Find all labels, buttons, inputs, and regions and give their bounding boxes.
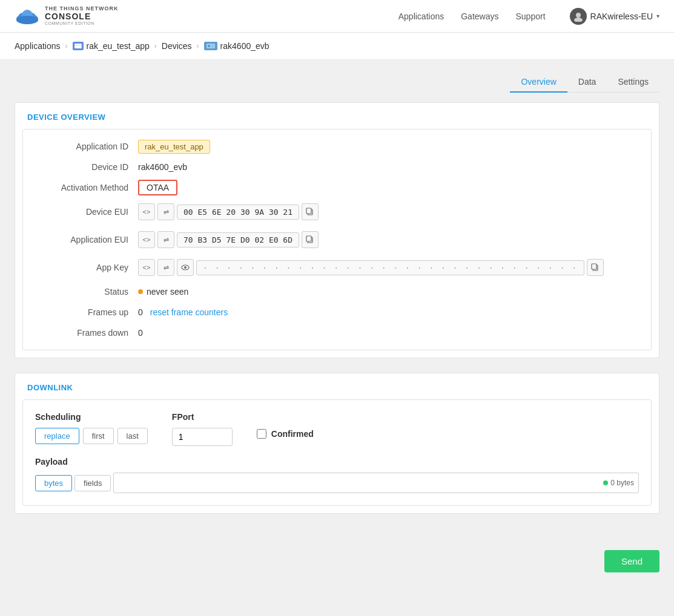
- frames-up-label: Frames up: [35, 307, 138, 317]
- main-content: Overview Data Settings DEVICE OVERVIEW A…: [0, 60, 674, 540]
- status-label: Status: [35, 287, 138, 297]
- device-eui-copy-btn[interactable]: [302, 203, 319, 220]
- schedule-first-btn[interactable]: first: [83, 428, 114, 444]
- breadcrumb-devices[interactable]: Devices: [162, 41, 192, 51]
- downlink-card: DOWNLINK Scheduling replace first last F…: [15, 373, 659, 514]
- application-eui-label: Application EUI: [35, 235, 138, 244]
- device-icon: [204, 42, 217, 50]
- nav-gateways[interactable]: Gateways: [461, 11, 498, 21]
- fport-input[interactable]: [172, 428, 233, 446]
- frames-down-value: 0: [138, 328, 143, 338]
- breadcrumb-app-id[interactable]: rak_eu_test_app: [87, 41, 150, 51]
- payload-section: Payload bytes fields 0 bytes: [35, 457, 639, 493]
- svg-rect-17: [306, 236, 311, 241]
- svg-rect-15: [306, 208, 311, 214]
- bytes-badge: 0 bytes: [603, 479, 634, 487]
- header-nav: Applications Gateways Support RAKwireles…: [398, 8, 659, 25]
- reset-frame-counters-link[interactable]: reset frame counters: [150, 307, 228, 317]
- page-tabs: Overview Data Settings: [510, 72, 659, 93]
- activation-method-label: Activation Method: [35, 183, 138, 192]
- device-id-label: Device ID: [35, 162, 138, 172]
- app-icon: [73, 42, 84, 50]
- device-overview-body: Application ID rak_eu_test_app Device ID…: [22, 129, 652, 350]
- svg-point-19: [184, 266, 187, 269]
- logo-console-label: CONSOLE: [45, 12, 119, 21]
- application-eui-row: Application EUI <> ⇌ 70 B3 D5 7E D0 02 E…: [35, 231, 639, 248]
- user-menu[interactable]: RAKwireless-EU ▾: [570, 8, 659, 25]
- downlink-title: DOWNLINK: [15, 373, 659, 399]
- scheduling-buttons: replace first last: [35, 428, 148, 444]
- breadcrumb-device-id: rak4600_evb: [220, 41, 269, 51]
- application-id-row: Application ID rak_eu_test_app: [35, 142, 639, 151]
- scheduling-label: Scheduling: [35, 412, 148, 422]
- breadcrumb-sep-3: ›: [197, 42, 199, 50]
- logo-area: THE THINGS NETWORK CONSOLE COMMUNITY EDI…: [15, 6, 398, 26]
- breadcrumb-applications[interactable]: Applications: [15, 41, 61, 51]
- payload-bytes-tab[interactable]: bytes: [35, 475, 72, 491]
- payload-input-wrap: 0 bytes: [113, 473, 639, 493]
- payload-fields-tab[interactable]: fields: [74, 475, 111, 491]
- app-key-swap-btn[interactable]: ⇌: [157, 259, 174, 276]
- app-key-eye-btn[interactable]: [177, 259, 194, 276]
- device-eui-value: 00 E5 6E 20 30 9A 30 21: [177, 205, 299, 220]
- status-value: never seen: [147, 287, 188, 297]
- breadcrumb-sep-2: ›: [154, 42, 157, 50]
- bytes-badge-label: 0 bytes: [610, 479, 634, 487]
- svg-point-5: [576, 13, 581, 18]
- svg-rect-21: [592, 264, 596, 269]
- payload-label: Payload: [35, 457, 639, 467]
- confirmed-section: Confirmed: [257, 412, 314, 439]
- tab-settings[interactable]: Settings: [607, 72, 659, 93]
- tab-data[interactable]: Data: [567, 72, 607, 93]
- tabs-area: Overview Data Settings: [15, 72, 659, 93]
- device-overview-title: DEVICE OVERVIEW: [15, 103, 659, 129]
- application-eui-value: 70 B3 D5 7E D0 02 E0 6D: [177, 232, 299, 247]
- svg-rect-7: [74, 44, 82, 48]
- app-key-copy-btn[interactable]: [587, 259, 604, 276]
- app-eui-code-btn[interactable]: <>: [138, 231, 155, 248]
- bytes-dot-icon: [603, 480, 608, 485]
- schedule-last-btn[interactable]: last: [117, 428, 148, 444]
- frames-up-value: 0: [138, 307, 143, 317]
- status-indicator: [138, 289, 143, 294]
- app-eui-swap-btn[interactable]: ⇌: [157, 231, 174, 248]
- svg-point-6: [574, 18, 583, 22]
- frames-down-row: Frames down 0: [35, 328, 639, 338]
- activation-method-badge: OTAA: [138, 180, 177, 195]
- app-eui-copy-btn[interactable]: [302, 231, 319, 248]
- logo-text: THE THINGS NETWORK CONSOLE COMMUNITY EDI…: [45, 6, 119, 26]
- app-key-code-btn[interactable]: <>: [138, 259, 155, 276]
- downlink-body: Scheduling replace first last FPort Conf…: [22, 399, 652, 506]
- send-btn-area: Send: [0, 540, 674, 582]
- header: THE THINGS NETWORK CONSOLE COMMUNITY EDI…: [0, 0, 674, 33]
- application-id-badge: rak_eu_test_app: [138, 140, 210, 154]
- device-eui-swap-btn[interactable]: ⇌: [157, 203, 174, 220]
- app-key-row: App Key <> ⇌ · · · · · · · · · · · · · ·…: [35, 259, 639, 276]
- frames-down-label: Frames down: [35, 328, 138, 338]
- confirmed-checkbox[interactable]: [257, 429, 266, 439]
- user-chevron-icon: ▾: [656, 13, 659, 19]
- app-key-value: · · · · · · · · · · · · · · · · · · · · …: [196, 260, 584, 275]
- downlink-top-row: Scheduling replace first last FPort Conf…: [35, 412, 639, 446]
- tab-overview[interactable]: Overview: [510, 72, 567, 93]
- nav-support[interactable]: Support: [515, 11, 545, 21]
- device-eui-code-btn[interactable]: <>: [138, 203, 155, 220]
- user-name: RAKwireless-EU: [590, 11, 653, 21]
- device-eui-row: Device EUI <> ⇌ 00 E5 6E 20 30 9A 30 21: [35, 203, 639, 220]
- application-id-label: Application ID: [35, 142, 138, 151]
- breadcrumb-sep-1: ›: [65, 42, 68, 50]
- schedule-replace-btn[interactable]: replace: [35, 428, 79, 444]
- device-eui-label: Device EUI: [35, 207, 138, 217]
- device-id-row: Device ID rak4600_evb: [35, 162, 639, 172]
- payload-input[interactable]: [113, 473, 639, 493]
- user-avatar: [570, 8, 587, 25]
- svg-rect-10: [208, 45, 210, 47]
- confirmed-label: Confirmed: [271, 429, 314, 439]
- cloud-logo-icon: [15, 8, 40, 25]
- device-id-value: rak4600_evb: [138, 162, 187, 172]
- fport-label: FPort: [172, 412, 233, 422]
- send-button[interactable]: Send: [604, 550, 659, 572]
- scheduling-section: Scheduling replace first last: [35, 412, 148, 444]
- app-key-label: App Key: [35, 263, 138, 272]
- nav-applications[interactable]: Applications: [398, 11, 444, 21]
